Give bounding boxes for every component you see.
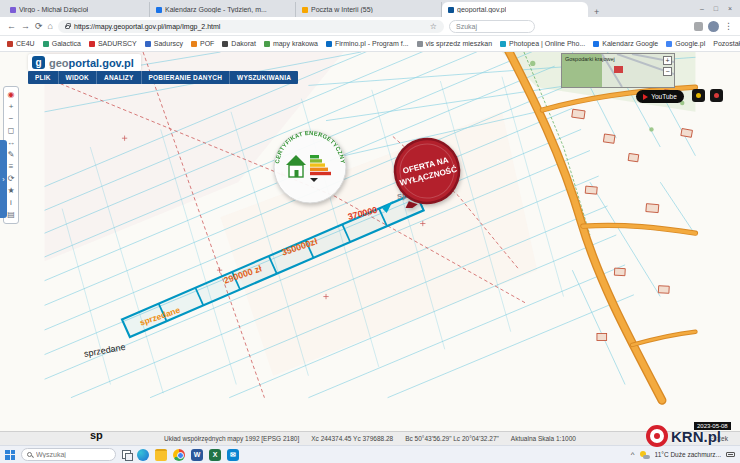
bookmark-favicon [145, 41, 151, 47]
youtube-button[interactable]: YouTube [636, 90, 684, 103]
lock-icon [65, 25, 70, 29]
bookmarks-more[interactable]: Pozostałe zakładki» [713, 40, 740, 47]
exclusive-offer-badge: OFERTA NA WYŁĄCZNOŚĆ [390, 134, 464, 212]
refresh-tool-icon[interactable]: ⟳ [8, 173, 15, 185]
taskbar-search-input[interactable] [36, 451, 106, 458]
krn-logo-icon [646, 425, 668, 447]
refresh-icon[interactable]: ⟳ [35, 21, 43, 31]
weather-icon [640, 451, 650, 459]
youtube-play-icon [643, 94, 648, 100]
bookmark-favicon [89, 41, 95, 47]
map-viewport[interactable]: g geoportal.gov.pl PLIK WIDOK ANALIZY PO… [0, 52, 740, 432]
marker-tool-icon[interactable]: ◉ [8, 89, 15, 101]
browser-tab-active[interactable]: geoportal.gov.pl [442, 2, 588, 17]
bookmark-item[interactable]: SADURSCY [89, 40, 137, 47]
info-tool-icon[interactable]: i [10, 197, 12, 209]
bookmark-item[interactable]: mapy krakowa [264, 40, 318, 47]
geoportal-logo-icon: g [32, 56, 45, 69]
bookmark-item[interactable]: Kalendarz Google [593, 40, 658, 47]
geoportal-status-bar: Układ współrzędnych mapy 1992 [EPSG 2180… [0, 431, 740, 445]
battery-icon[interactable] [726, 452, 735, 457]
overview-inset-map[interactable]: Gospodarki krajowej + − [561, 53, 675, 88]
favorites-tool-icon[interactable]: ★ [7, 185, 14, 197]
bookmark-favicon [191, 41, 197, 47]
bookmark-item[interactable]: vis sprzedz mieszkan [417, 40, 493, 47]
task-view-icon[interactable] [122, 450, 131, 459]
weather-text[interactable]: 11°C Duże zachmurz... [655, 451, 721, 458]
taskbar-icon-excel[interactable]: X [209, 449, 221, 461]
menu-item-wyszukiwania[interactable]: WYSZUKIWANIA [229, 71, 298, 84]
pan-tool-icon[interactable]: ↔ [7, 137, 15, 149]
widget-dot-icon [714, 93, 719, 98]
url-input[interactable]: https://mapy.geoportal.gov.pl/imap/Imgp_… [58, 20, 444, 33]
zoom-out-tool-icon[interactable]: − [9, 113, 14, 125]
bookmarks-bar: CE4U Galactica SADURSCY Sadurscy POF Dak… [0, 36, 740, 52]
map-widget-button[interactable] [710, 89, 723, 102]
browser-tab[interactable]: Virgo - Michał Dzięcioł [4, 2, 150, 17]
inset-zoom-in-button[interactable]: + [663, 56, 672, 65]
forward-icon[interactable]: → [21, 21, 30, 31]
bookmark-item[interactable]: Galactica [43, 40, 81, 47]
bookmark-item[interactable]: CE4U [7, 40, 35, 47]
tab-label: Kalendarz Google - Tydzień, m... [165, 6, 267, 13]
bookmark-item[interactable]: Sadurscy [145, 40, 183, 47]
cadastral-map-canvas[interactable] [0, 52, 740, 432]
zoom-in-tool-icon[interactable]: + [9, 101, 14, 113]
select-area-tool-icon[interactable]: ◻ [8, 125, 15, 137]
tab-label: geoportal.gov.pl [457, 6, 506, 13]
browser-tab[interactable]: Kalendarz Google - Tydzień, m... [150, 2, 296, 17]
menu-item-widok[interactable]: WIDOK [58, 71, 96, 84]
status-bl-coordinates: Bc 50°43'56.29" Lc 20°04'32.27" [405, 435, 499, 442]
tab-label: Poczta w Interii (55) [311, 6, 373, 13]
back-icon[interactable]: ← [7, 21, 16, 31]
status-xy-coordinates: Xc 244374.45 Yc 379688.28 [311, 435, 393, 442]
system-tray: ^ 11°C Duże zachmurz... [631, 450, 735, 459]
taskbar-icon-file-explorer[interactable] [155, 449, 167, 461]
table-tool-icon[interactable]: ▤ [7, 209, 15, 221]
bookmark-favicon [43, 41, 49, 47]
draw-tool-icon[interactable]: ✎ [8, 149, 15, 161]
inset-map-title: Gospodarki krajowej [565, 56, 615, 62]
browser-tab[interactable]: Poczta w Interii (55) [296, 2, 442, 17]
geoportal-logo-text: geoportal.gov.pl [49, 57, 134, 69]
menu-item-pobieranie[interactable]: POBIERANIE DANYCH [141, 71, 229, 84]
bookmark-favicon [500, 41, 506, 47]
status-crs: Układ współrzędnych mapy 1992 [EPSG 2180… [164, 435, 299, 442]
bookmark-item[interactable]: Google.pl [666, 40, 705, 47]
krn-watermark: KRN.pl [646, 425, 721, 447]
taskbar-search[interactable] [21, 448, 116, 461]
taskbar-icon-word[interactable]: W [191, 449, 203, 461]
taskbar-icon-mail[interactable]: ✉ [227, 449, 239, 461]
menu-item-analizy[interactable]: ANALIZY [96, 71, 141, 84]
start-button[interactable] [5, 450, 15, 460]
browser-menu-icon[interactable]: ⋮ [724, 21, 733, 31]
browser-tab-strip: Virgo - Michał Dzięcioł Kalendarz Google… [0, 0, 740, 17]
taskbar-icon-edge[interactable] [137, 449, 149, 461]
tray-expand-icon[interactable]: ^ [631, 450, 635, 459]
bookmark-item[interactable]: POF [191, 40, 214, 47]
bookmark-item[interactable]: Photopea | Online Pho... [500, 40, 585, 47]
tab-label: Virgo - Michał Dzięcioł [19, 6, 88, 13]
bookmark-item[interactable]: Firmino.pl - Program f... [326, 40, 409, 47]
buildings [572, 90, 693, 341]
menu-item-plik[interactable]: PLIK [28, 71, 58, 84]
taskbar-icon-chrome[interactable] [173, 449, 185, 461]
geoportal-logo[interactable]: g geoportal.gov.pl [28, 54, 141, 71]
krn-logo-text: KRN.pl [671, 428, 721, 445]
layers-tool-icon[interactable]: ≡ [9, 161, 14, 173]
search-icon [27, 452, 32, 457]
bookmark-favicon [326, 41, 332, 47]
home-icon[interactable]: ⌂ [48, 21, 53, 31]
bookmark-star-icon[interactable]: ☆ [430, 22, 437, 31]
inset-zoom-out-button[interactable]: − [663, 67, 672, 76]
map-widget-button[interactable] [692, 89, 705, 102]
new-tab-button[interactable]: + [594, 7, 599, 17]
layers-panel-tab[interactable]: › [0, 140, 7, 218]
bookmark-item[interactable]: Dakorat [222, 40, 256, 47]
profile-avatar[interactable] [708, 21, 719, 32]
secondary-search-input[interactable]: Szukaj [449, 20, 535, 33]
tab-favicon [156, 7, 162, 13]
window-controls[interactable]: – □ × [700, 5, 736, 12]
bookmark-favicon [417, 41, 423, 47]
extensions-icon[interactable] [694, 22, 703, 31]
